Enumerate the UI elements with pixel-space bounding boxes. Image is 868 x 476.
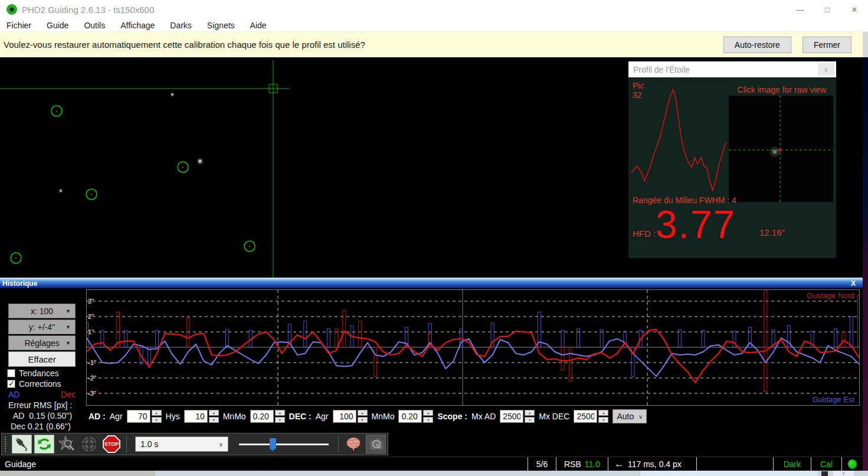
scope-section-label: Scope : xyxy=(437,412,467,421)
status-cal-indicator: Cal xyxy=(811,457,841,471)
status-pulse: ← 117 ms, 0.4 px xyxy=(608,457,696,471)
menu-guide[interactable]: Guide xyxy=(47,21,68,30)
desktop-background-strip xyxy=(863,57,868,476)
status-snr: RSB11.0 xyxy=(556,457,608,471)
ad-legend: AD xyxy=(8,390,19,399)
menu-signets[interactable]: Signets xyxy=(207,21,235,30)
toolbar-strip: STOP 1.0 s ∨ xyxy=(0,432,863,457)
phd2-logo-icon xyxy=(6,4,17,15)
menu-bar: Fichier Guide Outils Affichage Darks Sig… xyxy=(0,19,868,32)
dec-correction-bar xyxy=(764,347,767,392)
status-bar: Guidage 5/6 RSB11.0 ← 117 ms, 0.4 px Dar… xyxy=(0,457,863,471)
settings-dropdown[interactable]: Réglages▼ xyxy=(8,335,76,350)
stop-button[interactable]: STOP xyxy=(101,435,122,454)
star-profile-close-icon[interactable]: x xyxy=(818,63,834,76)
spinner-buttons[interactable]: ▲▼ xyxy=(525,410,535,423)
agr-label: Agr xyxy=(110,412,123,421)
history-titlebar[interactable]: Historique X xyxy=(0,278,863,288)
toolbar-grip[interactable] xyxy=(5,436,7,452)
history-close-icon[interactable]: X xyxy=(851,279,856,288)
spinner-buttons[interactable]: ▲▼ xyxy=(275,410,285,423)
y-scale-dropdown[interactable]: y: +/-4''▼ xyxy=(8,319,76,334)
menu-affichage[interactable]: Affichage xyxy=(120,21,155,30)
ra-hysteresis-input[interactable] xyxy=(184,410,208,423)
x-scale-dropdown[interactable]: x: 100▼ xyxy=(8,304,76,318)
spinner-buttons[interactable]: ▲▼ xyxy=(423,410,433,423)
y-axis-label: 1'' xyxy=(88,328,94,335)
ad-history-line xyxy=(87,338,859,376)
spinner-buttons[interactable]: ▲▼ xyxy=(209,410,219,423)
guiding-history-graph: 3'' 2'' 1'' -1'' -2'' -3'' Guidage Nord … xyxy=(86,289,860,406)
calibration-restore-banner: Voulez-vous restaurer automatiquement ce… xyxy=(0,32,863,57)
auto-restore-button[interactable]: Auto-restore xyxy=(723,37,791,53)
corrections-checkbox[interactable] xyxy=(7,380,15,388)
max-dec-duration-input[interactable] xyxy=(574,410,597,423)
ra-correction-bar xyxy=(226,330,229,347)
chevron-down-icon: ▼ xyxy=(65,308,71,314)
ra-minmove-input[interactable] xyxy=(250,410,274,423)
guidage-nord-label: Guidage Nord xyxy=(807,291,854,300)
ra-aggression-input[interactable] xyxy=(127,410,150,423)
guide-camera-image[interactable]: Profil de l'Étoile x Pic 32 Click image … xyxy=(0,57,863,278)
star-profile-titlebar[interactable]: Profil de l'Étoile x xyxy=(628,61,836,77)
minimize-button[interactable]: — xyxy=(787,0,814,19)
fermer-button[interactable]: Fermer xyxy=(803,37,851,53)
corrections-checkbox-row[interactable]: Corrections xyxy=(7,379,61,389)
connect-equipment-button[interactable] xyxy=(12,435,32,454)
ra-correction-bar xyxy=(577,329,580,347)
tray-chevron-icon[interactable]: ∨ xyxy=(833,471,854,476)
history-panel: Historique X x: 100▼ y: +/-4''▼ Réglages… xyxy=(0,278,863,432)
dec-guide-mode-dropdown[interactable]: Auto∨ xyxy=(612,409,647,423)
spin-up-icon: ▲ xyxy=(423,410,433,416)
mnmo-label: MnMo xyxy=(223,412,246,421)
profile-curve-line xyxy=(631,90,726,191)
title-bar: PHD2 Guiding 2.6.13 - ts150x600 — □ ✕ xyxy=(0,0,868,19)
mnmo-label: MnMo xyxy=(372,412,395,421)
ra-correction-bar xyxy=(125,330,127,347)
advanced-settings-button[interactable] xyxy=(343,435,363,454)
spinner-buttons[interactable]: ▲▼ xyxy=(358,410,368,423)
auto-select-star-button[interactable] xyxy=(57,435,77,454)
spinner-buttons[interactable]: ▲▼ xyxy=(598,410,608,423)
west-arrow-icon: ← xyxy=(614,458,624,470)
star-profile-body: Pic 32 Click image for raw view Rangée d… xyxy=(628,77,836,258)
begin-guiding-button[interactable] xyxy=(79,435,99,454)
exposure-duration-dropdown[interactable]: 1.0 s ∨ xyxy=(135,436,228,452)
spin-down-icon: ▼ xyxy=(275,417,285,423)
max-ra-duration-input[interactable] xyxy=(500,410,523,423)
hfd-arcsec: 12.16" xyxy=(759,227,785,237)
trend-checkbox-row[interactable]: Tendances xyxy=(7,369,59,378)
raw-view-crosshair xyxy=(729,96,833,202)
guidage-est-label: Guidage Est xyxy=(812,395,854,404)
trend-checkbox[interactable] xyxy=(7,369,15,377)
taskbar-search-fragment[interactable]: Taper ici pour rechercher xyxy=(640,471,817,476)
close-button[interactable]: ✕ xyxy=(841,0,868,19)
y-axis-label: 2'' xyxy=(88,313,94,320)
raw-star-glow xyxy=(773,150,777,154)
dec-minmove-input[interactable] xyxy=(398,410,422,423)
spin-down-icon: ▼ xyxy=(209,417,219,423)
loop-exposures-button[interactable] xyxy=(34,435,54,454)
slider-thumb[interactable] xyxy=(270,438,276,448)
star-raw-view[interactable] xyxy=(729,96,833,202)
taskbar-app-icon[interactable] xyxy=(821,471,828,476)
ra-correction-bar xyxy=(600,330,603,347)
menu-aide[interactable]: Aide xyxy=(250,21,267,30)
menu-fichier[interactable]: Fichier xyxy=(6,21,31,30)
windows-taskbar-sliver: Taper ici pour rechercher ∨ xyxy=(0,471,868,476)
spinner-buttons[interactable]: ▲▼ xyxy=(152,410,162,423)
agr-label: Agr xyxy=(316,412,329,421)
stretch-slider[interactable] xyxy=(237,436,331,452)
dec-aggression-input[interactable] xyxy=(333,410,356,423)
y-axis-label: -3'' xyxy=(88,390,96,397)
menu-outils[interactable]: Outils xyxy=(84,21,105,30)
maximize-button[interactable]: □ xyxy=(814,0,841,19)
clear-button[interactable]: Effacer xyxy=(8,351,76,367)
spin-down-icon: ▼ xyxy=(525,417,535,423)
camera-settings-button[interactable] xyxy=(366,435,386,454)
y-axis-label: -1'' xyxy=(88,359,96,366)
menu-darks[interactable]: Darks xyxy=(170,21,192,30)
faint-star xyxy=(249,246,251,247)
stop-sign-icon: STOP xyxy=(103,435,120,453)
status-dark-indicator: Dark xyxy=(773,457,811,471)
